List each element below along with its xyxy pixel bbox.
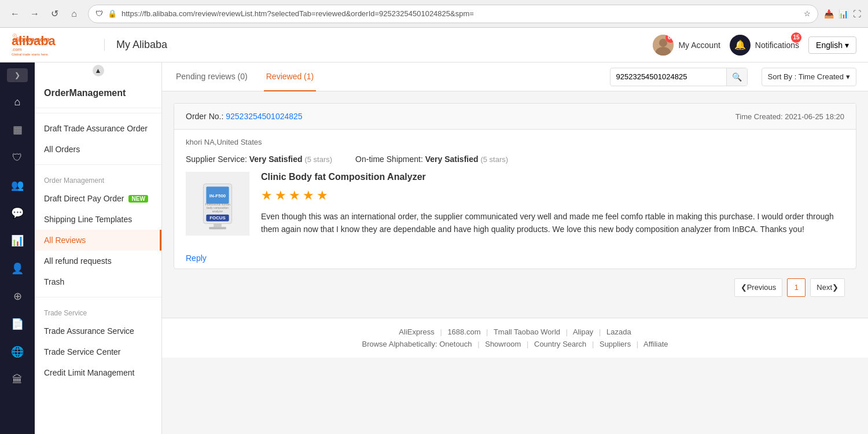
tab-pending[interactable]: Pending reviews (0) <box>174 62 250 91</box>
footer-link-tmall[interactable]: Tmall Taobao World <box>494 328 560 336</box>
footer-link-country[interactable]: Country Search <box>534 340 586 348</box>
language-button[interactable]: English ▾ <box>808 36 856 54</box>
sidebar-item-all-orders[interactable]: All Orders <box>35 139 161 160</box>
sidebar-item-draft-direct[interactable]: Draft Direct Pay Order NEW <box>35 188 161 209</box>
sidebar-icon-tools[interactable]: ⊕ <box>5 284 30 309</box>
footer-sep-7: | <box>592 340 594 348</box>
ontime-value: Very Satisfied <box>425 155 479 164</box>
nav-sidebar: ▲ OrderManagement Draft Trade Assurance … <box>35 62 162 434</box>
sort-label: Sort By : Time Created <box>768 72 844 81</box>
time-created: Time Created: 2021-06-25 18:20 <box>735 112 844 121</box>
supplier-service-rating: Supplier Service: Very Satisfied (5 star… <box>186 155 332 164</box>
notification-icon: 🔔 <box>730 35 751 56</box>
bookmark-icon[interactable]: ☆ <box>804 9 811 18</box>
footer-sep-3: | <box>566 328 568 336</box>
footer-sep-4: | <box>599 328 601 336</box>
search-input[interactable] <box>610 72 726 81</box>
sort-chevron-icon: ▾ <box>846 72 850 81</box>
sidebar-icon-people[interactable]: 👥 <box>5 172 30 198</box>
next-button[interactable]: Next ❯ <box>810 278 845 297</box>
footer-link-1688[interactable]: 1688.com <box>447 328 480 336</box>
footer-links: AliExpress | 1688.com | Tmall Taobao Wor… <box>174 328 856 336</box>
star-1: ★ <box>261 188 273 203</box>
sidebar-icon-globe[interactable]: 🌐 <box>5 339 30 365</box>
nav-item-label: Trash <box>44 277 64 286</box>
notification-badge: 15 <box>791 32 801 43</box>
nav-item-label: Credit Limit Management <box>44 368 134 377</box>
footer-sep-2: | <box>486 328 488 336</box>
svg-text:IN-F500: IN-F500 <box>209 193 226 198</box>
footer-link-suppliers[interactable]: Suppliers <box>599 340 631 348</box>
forward-button[interactable]: → <box>27 6 43 22</box>
sidebar-item-trash[interactable]: Trash <box>35 271 161 292</box>
browser-actions: 📥 📊 ⛶ <box>824 9 861 19</box>
sidebar-icon-chart[interactable]: 📊 <box>5 228 30 253</box>
page-1-button[interactable]: 1 <box>787 278 806 297</box>
nav-section-order-mgmt: Order Management <box>35 170 161 188</box>
footer-link-affiliate[interactable]: Affiliate <box>643 340 668 348</box>
footer-link-onetouch[interactable]: Onetouch <box>439 340 472 348</box>
shield-icon: 🛡 <box>95 9 103 18</box>
tab-reviewed[interactable]: Reviewed (1) <box>264 62 316 91</box>
sidebar-icon-home[interactable]: ⌂ <box>5 89 30 115</box>
sidebar-item-trade-center[interactable]: Trade Service Center <box>35 341 161 362</box>
address-bar[interactable]: 🛡 🔒 https://fb.alibaba.com/review/review… <box>88 5 818 23</box>
star-3: ★ <box>289 188 300 203</box>
logo[interactable]: alibaba.com ⓡ alibaba .com Global trade … <box>12 32 87 58</box>
footer-browse: Browse Alphabetically: Onetouch | Showro… <box>174 340 856 348</box>
pagination: ❮ Previous 1 Next ❯ <box>174 269 856 306</box>
sidebar-item-credit[interactable]: Credit Limit Management <box>35 362 161 383</box>
sidebar-icon-shield[interactable]: 🛡 <box>5 145 30 170</box>
sidebar-item-trade-assurance[interactable]: Trade Assurance Service <box>35 321 161 341</box>
new-badge: NEW <box>128 195 148 203</box>
reply-button[interactable]: Reply <box>174 248 218 269</box>
fullscreen-icon[interactable]: ⛶ <box>853 9 861 19</box>
back-button[interactable]: ← <box>7 6 23 22</box>
search-box[interactable]: 🔍 <box>610 68 748 86</box>
nav-item-label: Trade Service Center <box>44 347 121 356</box>
sidebar-icon-doc[interactable]: 📄 <box>5 311 30 337</box>
sidebar-item-refund[interactable]: All refund requests <box>35 251 161 271</box>
nav-scroll-up[interactable]: ▲ <box>35 62 161 79</box>
sidebar-item-shipping[interactable]: Shipping Line Templates <box>35 209 161 230</box>
sidebar-item-draft-trade[interactable]: Draft Trade Assurance Order <box>35 118 161 139</box>
previous-button[interactable]: ❮ Previous <box>734 278 783 297</box>
prev-chevron-icon: ❮ <box>741 283 747 292</box>
star-rating: ★ ★ ★ ★ ★ <box>261 188 844 203</box>
footer-link-lazada[interactable]: Lazada <box>606 328 631 336</box>
notification-wrapper[interactable]: 🔔 15 Notifications <box>730 35 799 56</box>
pocket-icon[interactable]: 📥 <box>824 9 834 19</box>
ontime-shipment-rating: On-time Shipment: Very Satisfied (5 star… <box>355 155 508 164</box>
home-button[interactable]: ⌂ <box>66 6 82 22</box>
nav-item-label: All Orders <box>44 145 80 154</box>
star-4: ★ <box>303 188 314 203</box>
footer: AliExpress | 1688.com | Tmall Taobao Wor… <box>162 318 868 358</box>
account-wrapper[interactable]: 65 My Account <box>653 35 720 56</box>
sidebar-icon-chat[interactable]: 💬 <box>5 200 30 226</box>
review-user-info: khori NA,United States <box>174 130 856 152</box>
sidebar-icon-orders[interactable]: ▦ <box>5 117 30 142</box>
footer-link-alipay[interactable]: Alipay <box>573 328 593 336</box>
footer-link-showroom[interactable]: Showroom <box>485 340 521 348</box>
svg-text:FOCUS: FOCUS <box>209 215 225 220</box>
search-button[interactable]: 🔍 <box>726 68 747 86</box>
svg-text:alibaba: alibaba <box>12 34 56 48</box>
order-number-link[interactable]: 92523254501024825 <box>226 112 302 121</box>
url-text: https://fb.alibaba.com/review/reviewList… <box>122 9 799 18</box>
sidebar-icon-building[interactable]: 🏛 <box>5 367 30 392</box>
stats-icon[interactable]: 📊 <box>838 9 848 19</box>
order-prefix: Order No.: <box>186 112 223 121</box>
sidebar-collapse-btn[interactable]: ❯ <box>7 68 28 82</box>
refresh-button[interactable]: ↺ <box>46 6 62 22</box>
next-chevron-icon: ❯ <box>832 283 838 292</box>
footer-link-aliexpress[interactable]: AliExpress <box>399 328 434 336</box>
sort-dropdown[interactable]: Sort By : Time Created ▾ <box>762 68 857 86</box>
review-ratings: Supplier Service: Very Satisfied (5 star… <box>174 152 856 172</box>
sidebar-item-all-reviews[interactable]: All Reviews <box>35 230 161 251</box>
sidebar-icon-user[interactable]: 👤 <box>5 256 30 281</box>
header-title: My Alibaba <box>104 39 167 51</box>
svg-text:Professional human: Professional human <box>205 203 230 206</box>
account-label: My Account <box>678 41 720 50</box>
nav-item-label: Shipping Line Templates <box>44 215 132 224</box>
time-prefix: Time Created: <box>735 112 783 121</box>
